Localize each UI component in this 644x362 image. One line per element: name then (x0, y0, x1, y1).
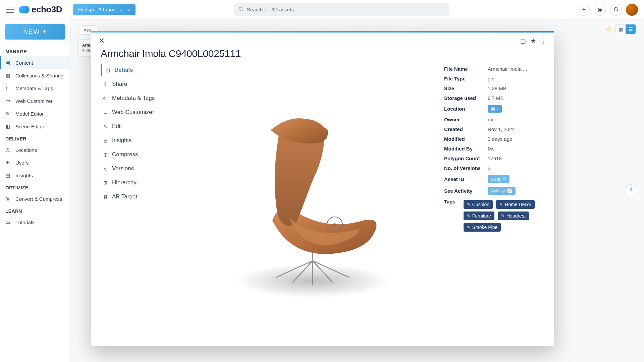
share-icon: ⇪ (103, 81, 108, 87)
tag-chip[interactable]: Home Decor (496, 200, 535, 209)
sidebar-item-modeleditor[interactable]: ✎Model Editor (0, 107, 70, 120)
section-manage: MANAGE (0, 46, 70, 56)
modal-nav: ◫Details ⇪Share 🏷Metadata & Tags ▭Web Cu… (101, 64, 168, 337)
sidebar-item-webcustom[interactable]: ▭Web Customizer (0, 95, 70, 107)
section-optimize: OPTIMIZE (0, 182, 70, 192)
project-selector[interactable]: Hubspot-3d-models (73, 4, 136, 15)
menu-toggle[interactable] (6, 7, 14, 13)
help-button[interactable]: ? (625, 184, 637, 197)
search-wrap (234, 3, 449, 16)
grid-icon: ▦ (5, 72, 11, 78)
modal-nav-artarget[interactable]: ▦AR Target (101, 191, 168, 203)
book-icon: ▭ (5, 219, 11, 225)
sidebar-item-metadata[interactable]: 🏷Metadata & Tags (0, 82, 70, 95)
activity-button[interactable]: Activity 📈 (488, 187, 516, 195)
vr-icon: ▭ (5, 98, 11, 104)
modal-nav-share[interactable]: ⇪Share (101, 78, 168, 90)
user-icon: ✦ (5, 160, 11, 166)
sidebar-item-tutorials[interactable]: ▭Tutorials (0, 216, 70, 229)
close-icon[interactable]: ✕ (99, 37, 105, 45)
tag-icon: 🏷 (5, 85, 11, 91)
tags-list: Cushion Home Decor Furniture Headrest Sm… (464, 200, 545, 234)
modal-nav-hierarchy[interactable]: ⊞Hierarchy (101, 177, 168, 189)
target-icon: ◎ (5, 147, 11, 153)
comment-icon[interactable]: ▢ (520, 37, 526, 45)
sidebar-item-collections[interactable]: ▦Collections & Sharing (0, 69, 70, 82)
sidebar-item-convert[interactable]: ⇲Convert & Compress (0, 192, 70, 205)
svg-point-0 (239, 7, 242, 10)
tag-chip[interactable]: Cushion (464, 200, 493, 209)
details-icon: ◫ (105, 67, 110, 73)
cube-icon: ▣ (5, 60, 11, 66)
search-input[interactable] (234, 3, 449, 16)
search-icon (238, 6, 244, 13)
copy-assetid-button[interactable]: Copy ⧉ (488, 175, 509, 183)
versions-icon: ⎘ (103, 166, 108, 171)
modal-header-actions: ▢ ★ ⋮ (520, 37, 547, 45)
metadata-panel: File NameArmchair Imola ... File Typeglb… (444, 64, 545, 337)
cloud-icon (19, 6, 30, 13)
hierarchy-icon: ⊞ (103, 180, 108, 185)
tag-chip[interactable]: Smoke Pipe (464, 223, 501, 232)
chart-icon: ▤ (103, 138, 108, 143)
compress-icon: ⇲ (5, 196, 11, 202)
modal-nav-compress[interactable]: ◫Compress (101, 148, 168, 161)
modal-body: ◫Details ⇪Share 🏷Metadata & Tags ▭Web Cu… (91, 64, 554, 346)
scene-icon: ◧ (5, 123, 11, 129)
view-list[interactable]: ☰ (626, 24, 636, 34)
sidebar-item-content[interactable]: ▣Content (0, 56, 70, 69)
modal-header: ✕ ▢ ★ ⋮ (91, 33, 554, 45)
drop-icon[interactable]: ◉ (594, 4, 606, 16)
avatar[interactable] (626, 4, 638, 16)
ar-icon: ▦ (103, 194, 108, 199)
view-toggle: ▦ ☰ (615, 24, 636, 34)
modal-nav-edit[interactable]: ✎Edit (101, 120, 168, 132)
topbar: echo3D Hubspot-3d-models ✦ ◉ (0, 0, 644, 19)
sidebar-item-insights[interactable]: ▤Insights (0, 169, 70, 182)
sidebar-item-locations[interactable]: ◎Locations (0, 143, 70, 156)
star-icon[interactable]: ★ (531, 37, 536, 45)
tag-chip[interactable]: Headrest (498, 212, 529, 220)
pencil-icon: ✎ (103, 124, 108, 129)
modal-nav-insights[interactable]: ▤Insights (101, 134, 168, 146)
sidebar: NEW + MANAGE ▣Content ▦Collections & Sha… (0, 19, 70, 362)
puzzle-icon[interactable]: ✦ (578, 4, 590, 16)
more-icon[interactable]: ⋮ (541, 37, 547, 45)
location-button[interactable]: ▣ / (488, 105, 502, 113)
tag-icon: 🏷 (103, 96, 108, 101)
modal-nav-details[interactable]: ◫Details (101, 64, 168, 76)
chair-render (212, 93, 400, 308)
sidebar-item-users[interactable]: ✦Users (0, 156, 70, 169)
pencil-icon: ✎ (5, 111, 11, 117)
modal-nav-metadata[interactable]: 🏷Metadata & Tags (101, 92, 168, 104)
new-button[interactable]: NEW + (5, 24, 65, 40)
modal-nav-webcustom[interactable]: ▭Web Customizer (101, 106, 168, 118)
brand-text: echo3D (32, 4, 62, 15)
compress-icon: ◫ (103, 152, 108, 157)
orbit-control-icon[interactable] (327, 217, 343, 233)
section-deliver: DELIVER (0, 133, 70, 143)
tag-chip[interactable]: Furniture (464, 212, 494, 220)
vr-icon: ▭ (103, 110, 108, 115)
model-viewer[interactable] (176, 64, 436, 337)
sidebar-item-sceneeditor[interactable]: ◧Scene Editor (0, 120, 70, 133)
star-icon[interactable]: ☆ (605, 25, 612, 34)
modal-title: Armchair Imola C9400L0025111 (91, 45, 554, 64)
view-grid[interactable]: ▦ (615, 24, 626, 34)
brand-logo[interactable]: echo3D (19, 4, 62, 15)
bell-icon[interactable] (610, 4, 622, 16)
view-tools: ☆ ▦ ☰ (605, 24, 636, 34)
chart-icon: ▤ (5, 172, 11, 178)
svg-line-1 (242, 10, 243, 11)
modal-nav-versions[interactable]: ⎘Versions (101, 163, 168, 175)
section-learn: LEARN (0, 205, 70, 216)
topbar-actions: ✦ ◉ (578, 4, 638, 16)
asset-detail-modal: ✕ ▢ ★ ⋮ Armchair Imola C9400L0025111 ◫De… (91, 31, 554, 346)
